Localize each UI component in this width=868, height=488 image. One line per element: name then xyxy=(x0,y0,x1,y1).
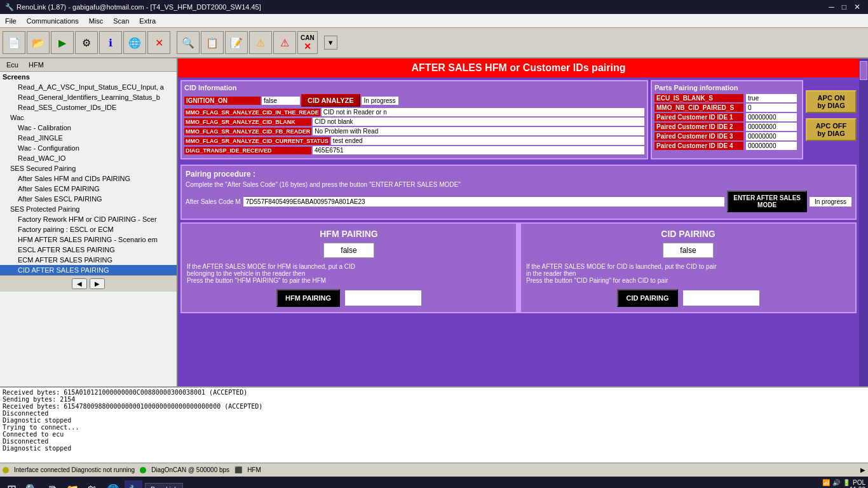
taskbar-time: 11:32 xyxy=(822,486,865,489)
tree-item-18[interactable]: CID AFTER SALES PAIRING xyxy=(0,265,177,275)
parts-row-1: MMO_NB_CID_PAIRED_S 0 xyxy=(654,104,799,112)
toolbar-settings-btn[interactable]: ⚙ xyxy=(75,31,98,54)
pairing-procedure-title: Pairing procedure : xyxy=(186,170,851,179)
cid-analyze-button[interactable]: CID ANALYZE xyxy=(301,94,360,107)
toolbar-edit-btn[interactable]: 📝 xyxy=(225,31,248,54)
parts-row-2: Paired Customer ID IDE 1 00000000 xyxy=(654,113,799,121)
cid-btn-row: CID PAIRING xyxy=(526,289,850,307)
tree-item-14[interactable]: Factory pairing : ESCL or ECM xyxy=(0,224,177,234)
toolbar-can-btn[interactable]: CAN ✕ xyxy=(297,31,318,54)
hfm-pairing-desc: If the AFTER SALES MODE for HFM is launc… xyxy=(187,263,511,284)
tree-item-15[interactable]: HFM AFTER SALES PAIRING - Scenario em xyxy=(0,234,177,245)
screens-section: Screens Read_A_AC_VSC_Input_Status_ECU_I… xyxy=(0,72,177,275)
minimize-button[interactable]: ─ xyxy=(826,3,837,11)
tree-item-10[interactable]: After Sales ECM PAIRING xyxy=(0,184,177,194)
scroll-right-btn[interactable]: ▶ xyxy=(90,278,105,289)
toolbar-new-btn[interactable]: 📄 xyxy=(3,31,25,54)
browser-button[interactable]: 🌐 xyxy=(104,480,122,488)
diag-row: DIAG_TRANSP_IDE_RECEIVED 465E6751 xyxy=(184,146,644,154)
menu-communications[interactable]: Communications xyxy=(22,16,84,26)
parts-row-4: Paired Customer ID IDE 3 00000000 xyxy=(654,132,799,140)
toolbar-read-btn[interactable]: 📋 xyxy=(201,31,224,54)
tree-item-4[interactable]: Wac - Calibration xyxy=(0,123,177,133)
enter-status: In progress xyxy=(810,197,851,207)
tree-item-9[interactable]: After Sales HFM and CIDs PAIRING xyxy=(0,173,177,184)
status-dot-yellow xyxy=(3,467,9,473)
close-button[interactable]: ✕ xyxy=(851,3,863,11)
tree-item-6[interactable]: Wac - Configuration xyxy=(0,143,177,153)
file-explorer-button[interactable]: 📁 xyxy=(64,480,81,488)
tree-item-3[interactable]: Wac xyxy=(0,112,177,123)
search-taskbar-button[interactable]: 🔍 xyxy=(23,480,41,488)
flag1-key: MMO_FLAG_SR_ANALYZE_CID_IN_THE_READE xyxy=(184,109,320,116)
toolbar-info-btn[interactable]: ℹ xyxy=(99,31,122,54)
hfm-pairing-button[interactable]: HFM PAIRING xyxy=(276,289,340,307)
titlebar-title: 🔧 RenoLink (1.87) - gabigafu@hotmail.com… xyxy=(5,3,261,11)
tree-item-11[interactable]: After Sales ESCL PAIRING xyxy=(0,194,177,204)
renolink-taskbar-btn[interactable]: RenoLink xyxy=(145,483,183,489)
tree-item-1[interactable]: Read_General_Identifiers_Learning_Status… xyxy=(0,92,177,102)
tree-item-8[interactable]: SES Secured Pairing xyxy=(0,163,177,173)
menu-file[interactable]: File xyxy=(0,16,22,26)
log-line-1: Sending bytes: 2154 xyxy=(3,396,865,403)
menu-misc[interactable]: Misc xyxy=(84,16,109,26)
cid-pairing-title: CID PAIRING xyxy=(661,229,715,239)
taskbar-sound-icon: 🔊 xyxy=(832,479,840,486)
store-button[interactable]: 🛍 xyxy=(84,480,102,488)
screens-root[interactable]: Screens xyxy=(0,72,177,82)
dropdown-arrow-icon: ▼ xyxy=(327,39,334,46)
parts-val-5: 00000000 xyxy=(746,142,797,150)
titlebar: 🔧 RenoLink (1.87) - gabigafu@hotmail.com… xyxy=(0,0,868,14)
titlebar-controls[interactable]: ─ □ ✕ xyxy=(826,3,863,11)
parts-val-2: 00000000 xyxy=(746,113,797,121)
tree-item-16[interactable]: ESCL AFTER SALES PAIRING xyxy=(0,245,177,255)
status-ecu-icon: ⬛ xyxy=(234,466,242,473)
ignition-key: IGNITION_ON xyxy=(184,97,261,105)
task-view-button[interactable]: ⧉ xyxy=(43,480,61,488)
toolbar-dropdown[interactable]: ▼ xyxy=(324,36,337,50)
apc-on-button[interactable]: APC ONby DIAG xyxy=(806,90,857,113)
tree-item-12[interactable]: SES Protected Pairing xyxy=(0,204,177,214)
parts-key-5: Paired Customer ID IDE 4 xyxy=(654,142,743,150)
windows-start-button[interactable]: ⊞ xyxy=(3,480,20,488)
toolbar-network-btn[interactable]: 🌐 xyxy=(123,31,146,54)
status-interface: Interface connected Diagnostic not runni… xyxy=(14,466,135,473)
toolbar-warning-btn[interactable]: ⚠ xyxy=(249,31,272,54)
status-arrow[interactable]: ▶ xyxy=(860,466,865,473)
statusbar: Interface connected Diagnostic not runni… xyxy=(0,463,868,477)
menu-extra[interactable]: Extra xyxy=(134,16,161,26)
taskbar-battery-icon: 🔋 xyxy=(843,479,850,486)
ecu-label[interactable]: Ecu xyxy=(1,60,24,70)
tree-item-13[interactable]: Factory Rework HFM or CID PAIRING - Scer xyxy=(0,214,177,224)
diag-key: DIAG_TRANSP_IDE_RECEIVED xyxy=(184,147,311,154)
toolbar-open-btn[interactable]: 📂 xyxy=(27,31,50,54)
taskbar: ⊞ 🔍 ⧉ 📁 🛍 🌐 🔧 RenoLink 📶 🔊 🔋 POL 11:32 0… xyxy=(0,477,868,488)
pairing-procedure-desc: Complete the "After Sales Code" (16 byte… xyxy=(186,181,851,188)
toolbar-play-btn[interactable]: ▶ xyxy=(51,31,74,54)
status-diag: DiagOnCAN @ 500000 bps xyxy=(151,466,229,473)
hfm-label[interactable]: HFM xyxy=(24,60,49,70)
toolbar-search-btn[interactable]: 🔍 xyxy=(177,31,200,54)
cid-pairing-button[interactable]: CID PAIRING xyxy=(617,289,677,307)
scrollbar-thumb[interactable] xyxy=(860,61,867,80)
parts-val-1: 0 xyxy=(746,104,797,112)
scroll-left-btn[interactable]: ◀ xyxy=(72,278,87,289)
after-sales-input[interactable] xyxy=(243,197,725,207)
menu-scan[interactable]: Scan xyxy=(108,16,134,26)
tree-item-0[interactable]: Read_A_AC_VSC_Input_Status_ECU_Input, a xyxy=(0,82,177,92)
enter-after-sales-button[interactable]: ENTER AFTER SALESMODE xyxy=(727,191,807,212)
renault-app-button[interactable]: 🔧 xyxy=(125,480,142,488)
tree-item-17[interactable]: ECM AFTER SALES PAIRING xyxy=(0,255,177,265)
content-scrollbar[interactable] xyxy=(859,58,868,386)
toolbar-stop-btn[interactable]: ✕ xyxy=(147,31,170,54)
taskbar-network-icon: 📶 xyxy=(822,479,830,486)
tree-item-2[interactable]: Read_SES_Customer_IDs_IDE xyxy=(0,102,177,112)
content-panel: AFTER SALES HFM or Customer IDs pairing … xyxy=(178,58,859,386)
toolbar-alert-btn[interactable]: ⚠ xyxy=(273,31,296,54)
parts-key-2: Paired Customer ID IDE 1 xyxy=(654,113,743,121)
maximize-button[interactable]: □ xyxy=(839,3,849,11)
log-line-5: Trying to connect... xyxy=(3,424,865,431)
tree-item-5[interactable]: Read_JINGLE xyxy=(0,133,177,143)
tree-item-7[interactable]: Read_WAC_IO xyxy=(0,153,177,163)
apc-off-button[interactable]: APC OFFby DIAG xyxy=(806,118,857,141)
